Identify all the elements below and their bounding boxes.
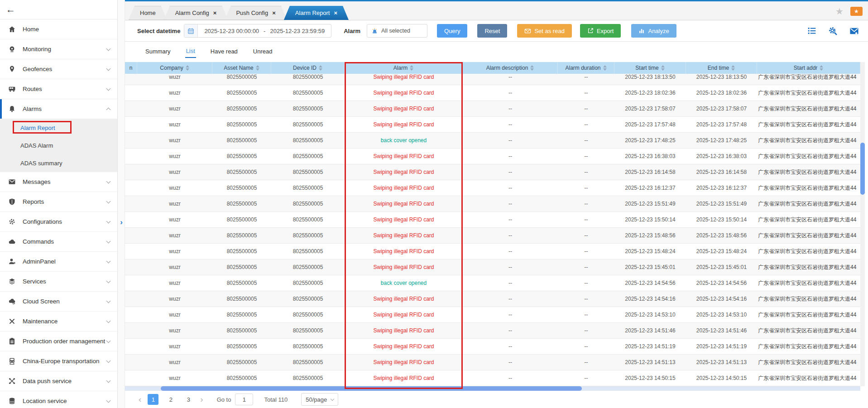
sort-icon[interactable] (410, 65, 413, 71)
sidebar-item-services[interactable]: Services (0, 272, 117, 292)
column-header-company[interactable]: Company (137, 62, 212, 74)
sidebar-item-cloud-screen[interactable]: Cloud Screen (0, 292, 117, 312)
export-button[interactable]: Export (580, 24, 621, 38)
sort-icon[interactable] (820, 65, 823, 71)
page-button-2[interactable]: 2 (165, 394, 176, 405)
next-page-icon[interactable]: › (198, 394, 205, 404)
subtab-list[interactable]: List (185, 46, 196, 58)
column-header-device-id[interactable]: Device ID (271, 62, 345, 74)
page-button-3[interactable]: 3 (183, 394, 194, 405)
tab-push-config[interactable]: Push Config× (225, 6, 287, 20)
subtab-summary[interactable]: Summary (144, 46, 172, 58)
sidebar-item-routes[interactable]: Routes (0, 79, 117, 99)
sidebar-item-adminpanel[interactable]: AdminPanel (0, 252, 117, 272)
query-button[interactable]: Query (437, 24, 467, 38)
column-header-start-time[interactable]: Start time (614, 62, 686, 74)
table-row[interactable]: wuzr80255000058025500005Swiping illegal … (125, 259, 860, 275)
close-icon[interactable]: × (213, 10, 217, 16)
page-button-1[interactable]: 1 (148, 394, 158, 405)
table-row[interactable]: wuzr80255000058025500005Swiping illegal … (125, 101, 860, 117)
vertical-scrollbar-thumb[interactable] (860, 143, 865, 195)
table-row[interactable]: wuzr80255000058025500005Swiping illegal … (125, 180, 860, 196)
sidebar-item-data-push-service[interactable]: Data push service (0, 371, 117, 391)
column-header-alarm-description[interactable]: Alarm description (463, 62, 558, 74)
column-list-icon[interactable] (807, 26, 816, 35)
table-row[interactable]: wuzr80255000058025500005Swiping illegal … (125, 228, 860, 244)
collapse-toggle-button[interactable]: › (118, 216, 125, 228)
table-row[interactable]: wuzr80255000058025500005back cover opene… (125, 133, 860, 149)
table-row[interactable]: wuzr80255000058025500005Swiping illegal … (125, 74, 860, 85)
bookmark-folder-icon[interactable]: ★ (850, 7, 863, 16)
sidebar-item-messages[interactable]: Messages (0, 172, 117, 192)
table-row[interactable]: wuzr80255000058025500005Swiping illegal … (125, 291, 860, 307)
tab-alarm-config[interactable]: Alarm Config× (164, 6, 228, 20)
routes-icon (8, 85, 17, 93)
table-row[interactable]: wuzr80255000058025500005Swiping illegal … (125, 117, 860, 133)
sidebar-item-china-europe-transportation[interactable]: China-Europe transportation (0, 351, 117, 371)
sidebar-subitem-adas-summary[interactable]: ADAS summary (0, 154, 117, 172)
cell-end-time: 2025-12-23 16:38:03 (686, 149, 757, 164)
table-row[interactable]: wuzr80255000058025500005Swiping illegal … (125, 370, 860, 386)
settings-search-icon[interactable] (828, 26, 838, 36)
goto-page-input[interactable] (235, 394, 253, 405)
column-header-start-addr[interactable]: Start addr (757, 62, 860, 74)
mail-push-icon[interactable] (849, 26, 859, 36)
sidebar-item-commands[interactable]: Commands (0, 232, 117, 252)
sort-icon[interactable] (661, 65, 665, 71)
sidebar-item-alarms[interactable]: Alarms (0, 99, 117, 119)
page-size-select[interactable]: 50/page (301, 393, 338, 406)
table-row[interactable]: wuzr80255000058025500005Swiping illegal … (125, 307, 860, 323)
sidebar-item-configurations[interactable]: Configurations (0, 212, 117, 232)
reset-button[interactable]: Reset (477, 24, 507, 38)
vertical-scrollbar[interactable] (860, 62, 865, 386)
sidebar-subitem-adas-alarm[interactable]: ADAS Alarm (0, 137, 117, 154)
sort-icon[interactable] (731, 65, 735, 71)
datetime-range-input[interactable]: 2025-12-23 00:00:00 - 2025-12-23 23:59:5… (184, 24, 331, 38)
table-row[interactable]: wuzr80255000058025500005Swiping illegal … (125, 85, 860, 101)
alarm-filter-select[interactable]: All selected (367, 24, 427, 38)
table-row[interactable]: wuzr80255000058025500005Swiping illegal … (125, 196, 860, 212)
column-header-alarm-duration[interactable]: Alarm duration (558, 62, 614, 74)
set-as-read-button[interactable]: Set as read (517, 24, 572, 38)
cell-start-addr: 广东省深圳市宝安区石岩街道罗租大道44 (757, 259, 860, 275)
sidebar-item-home[interactable]: Home (0, 19, 117, 39)
sidebar-item-production-order-management[interactable]: Production order management (0, 331, 117, 351)
table-row[interactable]: wuzr80255000058025500005Swiping illegal … (125, 164, 860, 180)
sort-icon[interactable] (530, 65, 534, 71)
table-row[interactable]: wuzr80255000058025500005Swiping illegal … (125, 212, 860, 228)
horizontal-scrollbar-thumb[interactable] (161, 386, 582, 391)
sort-icon[interactable] (603, 65, 607, 71)
column-header-asset-name[interactable]: Asset Name (212, 62, 271, 74)
horizontal-scrollbar[interactable] (125, 386, 860, 391)
sort-icon[interactable] (186, 65, 189, 71)
prev-page-icon[interactable]: ‹ (137, 394, 143, 404)
sidebar-item-geofences[interactable]: Geofences (0, 59, 117, 79)
sidebar-item-label: Routes (23, 86, 107, 92)
favorite-star-icon[interactable]: ★ (835, 6, 844, 17)
analyze-button[interactable]: Analyze (631, 24, 676, 38)
table-row[interactable]: wuzr80255000058025500005Swiping illegal … (125, 323, 860, 339)
close-icon[interactable]: × (334, 10, 337, 16)
sort-icon[interactable] (319, 65, 322, 71)
sidebar-item-reports[interactable]: Reports (0, 192, 117, 212)
sort-icon[interactable] (256, 65, 259, 71)
sidebar-item-location-service[interactable]: Location service (0, 391, 117, 408)
sidebar-item-monitoring[interactable]: Monitoring (0, 39, 117, 59)
sidebar-subitem-alarm-report[interactable]: Alarm Report (0, 119, 117, 137)
table-row[interactable]: wuzr80255000058025500005back cover opene… (125, 275, 860, 291)
tab-home[interactable]: Home (129, 6, 167, 20)
back-arrow-icon[interactable]: ← (6, 4, 15, 15)
table-row[interactable]: wuzr80255000058025500005Swiping illegal … (125, 339, 860, 355)
tab-alarm-report[interactable]: Alarm Report× (284, 6, 349, 20)
calendar-icon[interactable] (184, 24, 198, 37)
table-row[interactable]: wuzr80255000058025500005Swiping illegal … (125, 355, 860, 370)
column-header-alarm[interactable]: Alarm (345, 62, 463, 74)
column-header-end-time[interactable]: End time (686, 62, 757, 74)
subtab-have-read[interactable]: Have read (210, 46, 239, 58)
table-row[interactable]: wuzr80255000058025500005Swiping illegal … (125, 149, 860, 164)
table-row[interactable]: wuzr80255000058025500005Swiping illegal … (125, 244, 860, 259)
close-icon[interactable]: × (272, 10, 276, 16)
subtab-unread[interactable]: Unread (252, 46, 273, 58)
sidebar-item-maintenance[interactable]: Maintenance (0, 312, 117, 331)
datetime-range-value[interactable]: 2025-12-23 00:00:00 - 2025-12-23 23:59:5… (198, 28, 331, 34)
